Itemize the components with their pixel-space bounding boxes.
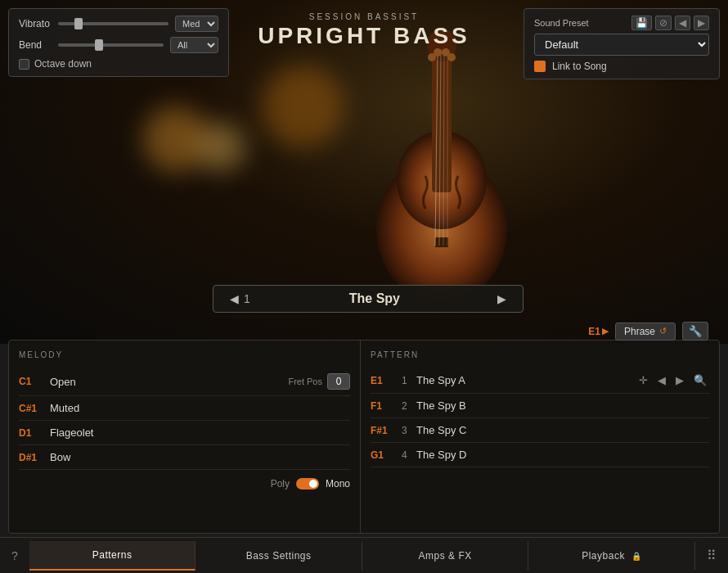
tab-bass-settings[interactable]: Bass Settings	[195, 542, 362, 570]
pattern-name-3: The Spy C	[416, 424, 709, 436]
reset-icon-btn[interactable]: ⊘	[655, 16, 672, 30]
melody-row-cs1: C#1 Muted	[19, 396, 350, 421]
melody-key-ds1: D#1	[19, 452, 50, 463]
pattern-prev-btn[interactable]: ◀	[225, 291, 244, 307]
pattern-num-1: 1	[402, 375, 416, 386]
pattern-prev-icon[interactable]: ◀	[655, 373, 668, 387]
octave-down-row: Octave down	[19, 58, 218, 70]
pattern-move-icon[interactable]: ✛	[636, 373, 650, 387]
pattern-name-2: The Spy B	[416, 399, 709, 412]
link-to-song-label: Link to Song	[552, 61, 607, 72]
subtitle: SESSION BASSIST	[258, 12, 470, 21]
melody-row-c1: C1 Open Fret Pos 0	[19, 368, 350, 396]
top-right-panel: Sound Preset 💾 ⊘ ◀ ▶ Default Link to Son…	[524, 8, 720, 79]
poly-label: Poly	[271, 478, 290, 490]
sound-preset-header: Sound Preset 💾 ⊘ ◀ ▶	[534, 16, 709, 30]
tab-playback[interactable]: Playback 🔒	[528, 542, 695, 570]
pattern-row-f1: F1 2 The Spy B	[371, 394, 709, 418]
melody-panel: MELODY C1 Open Fret Pos 0 C#1 Muted D1 F…	[9, 341, 361, 533]
pattern-number: 1	[244, 292, 250, 305]
phrase-button[interactable]: Phrase ↺	[615, 323, 676, 341]
sound-preset-label: Sound Preset	[534, 18, 589, 28]
pattern-next-btn[interactable]: ▶	[492, 291, 511, 307]
pattern-key-g1: G1	[371, 449, 402, 461]
preset-icon-group: 💾 ⊘ ◀ ▶	[631, 16, 709, 30]
pattern-key-fs1: F#1	[371, 425, 402, 436]
tab-bass-settings-label: Bass Settings	[246, 550, 312, 562]
melody-row-d1: D1 Flageolet	[19, 421, 350, 445]
e1-arrow-icon: ▶	[602, 327, 609, 336]
pattern-row-g1: G1 4 The Spy D	[371, 443, 709, 467]
fret-pos-label: Fret Pos	[288, 377, 322, 386]
pattern-key-e1: E1	[371, 375, 402, 386]
bend-dropdown[interactable]: All Up Down	[170, 37, 218, 53]
vibrato-dropdown[interactable]: Med Low High	[175, 16, 218, 32]
vibrato-slider-track[interactable]	[58, 22, 169, 25]
svg-point-10	[434, 48, 442, 56]
tab-amps-fx[interactable]: Amps & FX	[362, 542, 529, 570]
melody-name-c1: Open	[50, 376, 288, 388]
phrase-label: Phrase	[624, 326, 655, 337]
pattern-num-4: 4	[402, 449, 416, 461]
bend-slider-thumb[interactable]	[95, 39, 103, 51]
fret-value-input[interactable]: 0	[327, 373, 350, 390]
pattern-name-4: The Spy D	[416, 449, 709, 461]
bend-slider-track[interactable]	[58, 43, 164, 47]
top-left-panel: Vibrato Med Low High Bend All Up Down Oc…	[8, 8, 229, 77]
vibrato-row: Vibrato Med Low High	[19, 16, 218, 32]
octave-down-label: Octave down	[34, 58, 92, 70]
prev-preset-btn[interactable]: ◀	[675, 16, 690, 30]
melody-key-d1: D1	[19, 427, 50, 439]
mono-label: Mono	[326, 478, 350, 490]
pattern-nav: ◀ 1 The Spy ▶	[213, 285, 524, 313]
octave-down-checkbox[interactable]	[19, 59, 29, 70]
link-to-song-row: Link to Song	[534, 61, 709, 72]
poly-mono-toggle[interactable]	[296, 478, 319, 490]
save-icon-btn[interactable]: 💾	[631, 16, 652, 30]
tab-amps-fx-label: Amps & FX	[419, 550, 472, 562]
bend-row: Bend All Up Down	[19, 37, 218, 53]
title-area: SESSION BASSIST UPRIGHT BASS	[258, 12, 470, 49]
phrase-refresh-icon: ↺	[659, 326, 667, 336]
melody-name-ds1: Bow	[50, 451, 350, 463]
wrench-button[interactable]: 🔧	[682, 322, 708, 341]
tab-playback-label: Playback	[582, 550, 625, 562]
svg-rect-4	[435, 237, 448, 247]
main-title: UPRIGHT BASS	[258, 23, 470, 49]
help-button[interactable]: ?	[0, 549, 29, 562]
pattern-controls-1: ✛ ◀ ▶ 🔍	[636, 373, 709, 387]
preset-dropdown[interactable]: Default	[534, 34, 709, 56]
bokeh-light-2	[196, 123, 245, 172]
pattern-row-e1: E1 1 The Spy A ✛ ◀ ▶ 🔍	[371, 368, 709, 394]
pattern-num-2: 2	[402, 400, 416, 412]
next-preset-btn[interactable]: ▶	[694, 16, 709, 30]
pattern-search-icon[interactable]: 🔍	[691, 373, 709, 387]
bottom-tabs: ? Patterns Bass Settings Amps & FX Playb…	[0, 537, 728, 573]
pattern-name: The Spy	[257, 291, 492, 306]
pattern-key-f1: F1	[371, 400, 402, 412]
tab-patterns[interactable]: Patterns	[29, 541, 196, 571]
toggle-knob	[309, 480, 317, 488]
link-indicator[interactable]	[534, 61, 546, 72]
pattern-num-3: 3	[402, 425, 416, 436]
phrase-row: E1 ▶ Phrase ↺ 🔧	[8, 322, 720, 341]
fret-pos-group: Fret Pos 0	[288, 373, 350, 390]
bars-icon[interactable]: ⠿	[695, 548, 728, 563]
tab-patterns-label: Patterns	[92, 549, 133, 561]
pattern-panel: PATTERN E1 1 The Spy A ✛ ◀ ▶ 🔍 F1 2 The …	[361, 341, 719, 533]
pattern-row-fs1: F#1 3 The Spy C	[371, 418, 709, 443]
pattern-next-icon[interactable]: ▶	[673, 373, 686, 387]
melody-row-ds1: D#1 Bow	[19, 445, 350, 470]
vibrato-label: Vibrato	[19, 18, 52, 29]
melody-section-label: MELODY	[19, 350, 350, 359]
main-panel: MELODY C1 Open Fret Pos 0 C#1 Muted D1 F…	[8, 340, 720, 534]
melody-key-cs1: C#1	[19, 403, 50, 414]
playback-lock-icon: 🔒	[631, 552, 642, 561]
melody-name-cs1: Muted	[50, 402, 350, 414]
pattern-section-label: PATTERN	[371, 350, 709, 359]
vibrato-slider-thumb[interactable]	[74, 18, 83, 29]
melody-name-d1: Flageolet	[50, 426, 350, 439]
bend-label: Bend	[19, 39, 52, 51]
e1-badge: E1 ▶	[588, 326, 609, 337]
e1-label: E1	[588, 326, 600, 337]
